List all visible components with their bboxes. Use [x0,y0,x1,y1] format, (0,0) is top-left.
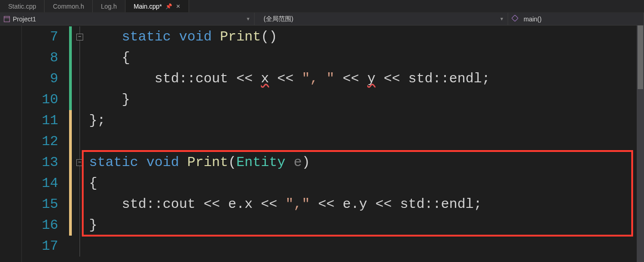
code-text[interactable]: std::cout << x << ", " << y << std::endl… [87,69,490,88]
line-number: 13 [22,155,69,170]
code-text[interactable]: { [87,174,97,193]
code-text[interactable]: static void Print(Entity e) [87,153,310,172]
editor-area: 7− static void Print()8 {9 std::cout << … [0,25,644,262]
line-number: 12 [22,134,69,149]
breakpoint-margin[interactable] [0,25,22,262]
code-text[interactable]: std::cout << e.x << "," << e.y << std::e… [87,195,482,214]
tab-bar: Static.cpp Common.h Log.h Main.cpp* 📌 ✕ [0,0,644,13]
vertical-scrollbar[interactable] [637,25,644,262]
code-line[interactable]: 9 std::cout << x << ", " << y << std::en… [22,68,644,89]
outline-column [72,236,87,257]
line-number: 14 [22,176,69,191]
code-text[interactable]: }; [87,111,105,130]
code-line[interactable]: 11}; [22,110,644,131]
scope-dropdown[interactable]: (全局范围) ▼ [255,13,508,25]
fold-button[interactable]: − [76,34,83,40]
tab-main-cpp[interactable]: Main.cpp* 📌 ✕ [125,0,189,12]
line-number: 9 [22,71,69,86]
project-icon [4,16,10,22]
svg-rect-2 [512,15,518,21]
code-line[interactable]: 8 { [22,47,644,68]
project-dropdown[interactable]: Project1 ▼ [0,13,255,25]
outline-column [72,194,87,215]
outline-column [72,47,87,68]
code-line[interactable]: 16} [22,215,644,236]
outline-column [72,110,87,131]
line-number: 10 [22,92,69,107]
outline-column [72,215,87,236]
fold-button[interactable]: − [76,159,83,166]
line-number: 7 [22,29,69,45]
code-line[interactable]: 15 std::cout << e.x << "," << e.y << std… [22,194,644,215]
function-icon [512,15,518,23]
svg-rect-0 [4,16,10,22]
close-icon[interactable]: ✕ [176,3,180,10]
code-text[interactable]: } [87,216,97,235]
chevron-down-icon: ▼ [246,16,250,21]
line-number: 16 [22,217,69,233]
code-line[interactable]: 17 [22,236,644,257]
tab-static-cpp[interactable]: Static.cpp [0,0,45,12]
code-line[interactable]: 12 [22,131,644,152]
code-text[interactable]: static void Print() [87,27,277,46]
scrollbar-thumb[interactable] [638,25,643,89]
chevron-down-icon: ▼ [499,16,504,21]
code-editor[interactable]: 7− static void Print()8 {9 std::cout << … [22,25,644,262]
pin-icon[interactable]: 📌 [165,3,172,10]
code-line[interactable]: 10 } [22,89,644,110]
code-text[interactable]: { [87,48,130,67]
navigation-bar: Project1 ▼ (全局范围) ▼ main() [0,13,644,25]
outline-column: − [72,152,87,173]
outline-column: − [72,26,87,47]
outline-column [72,89,87,110]
member-dropdown[interactable]: main() [508,13,644,25]
outline-column [72,131,87,152]
code-line[interactable]: 14{ [22,173,644,194]
outline-column [72,68,87,89]
line-number: 11 [22,113,69,128]
tab-common-h[interactable]: Common.h [45,0,92,12]
code-text[interactable]: } [87,90,130,109]
code-line[interactable]: 13−static void Print(Entity e) [22,152,644,173]
line-number: 15 [22,196,69,212]
tab-log-h[interactable]: Log.h [93,0,125,12]
outline-column [72,173,87,194]
code-line[interactable]: 7− static void Print() [22,26,644,47]
line-number: 17 [22,238,69,254]
line-number: 8 [22,50,69,66]
